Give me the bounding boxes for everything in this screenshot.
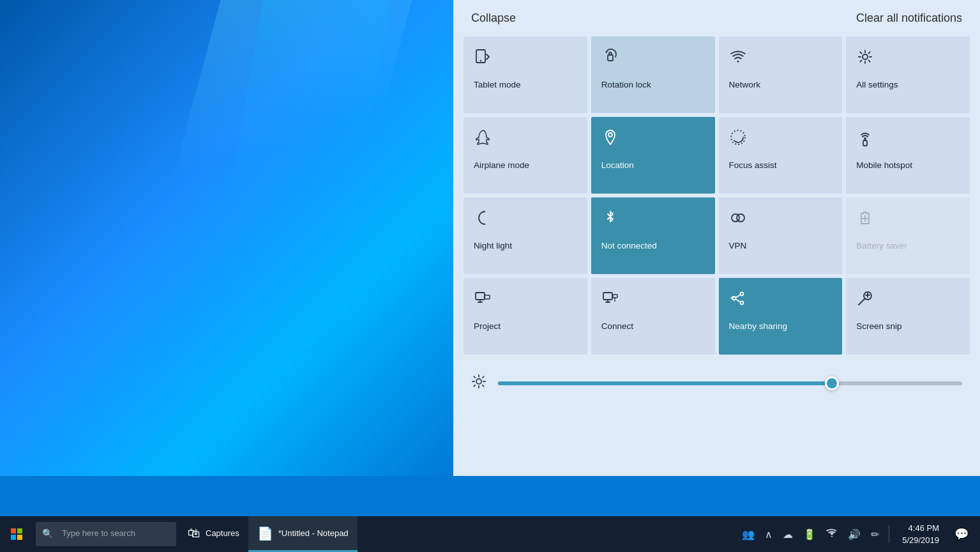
focus-assist-icon	[729, 128, 747, 149]
svg-line-28	[735, 299, 741, 302]
project-icon	[474, 289, 492, 310]
pen-icon[interactable]: ✏	[868, 527, 882, 542]
tile-tablet-mode[interactable]: Tablet mode	[464, 36, 587, 113]
vpn-label: VPN	[729, 241, 747, 251]
taskbar-divider	[889, 525, 889, 543]
svg-point-4	[863, 54, 868, 59]
taskbar: 🔍 Type here to search 🛍 Captures 📄 *Unti…	[0, 516, 980, 552]
brightness-thumb	[825, 376, 839, 390]
tablet-mode-icon	[474, 48, 492, 68]
night-light-label: Night light	[474, 241, 512, 251]
vpn-icon	[729, 209, 747, 229]
start-button[interactable]	[0, 516, 33, 552]
svg-point-23	[614, 300, 615, 302]
mobile-hotspot-label: Mobile hotspot	[856, 160, 912, 171]
svg-point-24	[740, 293, 743, 296]
svg-rect-21	[613, 295, 617, 298]
wifi-icon[interactable]	[823, 527, 841, 541]
rotation-lock-label: Rotation lock	[601, 80, 651, 90]
tablet-mode-label: Tablet mode	[474, 80, 521, 90]
svg-rect-42	[17, 535, 22, 540]
night-light-icon	[474, 209, 492, 229]
svg-rect-16	[485, 295, 490, 299]
clear-all-button[interactable]: Clear all notifications	[856, 12, 962, 25]
clock-date: 5/29/2019	[902, 534, 939, 547]
svg-rect-8	[863, 141, 867, 146]
screen-snip-label: Screen snip	[856, 321, 901, 332]
svg-point-30	[476, 379, 481, 384]
tile-mobile-hotspot[interactable]: Mobile hotspot	[846, 117, 970, 194]
notepad-label: *Untitled - Notepad	[278, 528, 349, 538]
action-center-header: Collapse Clear all notifications	[453, 0, 980, 34]
bluetooth-icon	[601, 209, 619, 229]
svg-rect-2	[608, 55, 613, 61]
taskbar-clock[interactable]: 4:46 PM 5/29/2019	[896, 522, 946, 547]
taskbar-left: 🔍 Type here to search 🛍 Captures 📄 *Unti…	[0, 516, 358, 552]
tile-airplane-mode[interactable]: Airplane mode	[464, 117, 587, 194]
svg-line-38	[474, 385, 475, 387]
svg-rect-41	[11, 535, 16, 540]
tile-all-settings[interactable]: All settings	[846, 36, 970, 113]
notification-center-button[interactable]: 💬	[949, 526, 974, 542]
tile-screen-snip[interactable]: Screen snip	[846, 278, 970, 355]
tile-nearby-sharing[interactable]: Nearby sharing	[719, 278, 843, 355]
taskbar-app-captures[interactable]: 🛍 Captures	[179, 516, 248, 552]
svg-rect-40	[17, 528, 22, 533]
svg-point-3	[737, 61, 739, 63]
collapse-button[interactable]: Collapse	[471, 12, 516, 25]
svg-point-25	[732, 297, 735, 300]
tile-connect[interactable]: Connect	[591, 278, 715, 355]
tile-focus-assist[interactable]: Focus assist	[719, 117, 843, 194]
taskbar-right: 👥 ∧ ☁ 🔋 🔊 ✏ 4:46 PM 5/29/2019 💬	[739, 522, 980, 547]
brightness-fill	[498, 381, 832, 385]
location-label: Location	[601, 160, 634, 171]
tile-location[interactable]: Location	[591, 117, 715, 194]
bluetooth-label: Not connected	[601, 241, 657, 251]
tile-project[interactable]: Project	[464, 278, 587, 355]
airplane-mode-icon	[474, 128, 492, 149]
captures-icon: 🛍	[188, 526, 200, 540]
project-label: Project	[474, 321, 501, 332]
network-icon	[729, 48, 747, 68]
all-settings-icon	[856, 48, 874, 68]
connect-label: Connect	[601, 321, 633, 332]
airplane-mode-label: Airplane mode	[474, 160, 529, 171]
mobile-hotspot-icon	[856, 128, 874, 149]
tile-rotation-lock[interactable]: Rotation lock	[591, 36, 715, 113]
svg-point-5	[608, 133, 612, 137]
tile-network[interactable]: Network	[719, 36, 843, 113]
quick-actions-grid: Tablet mode Rotation lock Network All se…	[453, 36, 980, 355]
people-icon[interactable]: 👥	[739, 527, 758, 542]
svg-point-26	[740, 302, 743, 305]
volume-icon[interactable]: 🔊	[845, 527, 864, 542]
brightness-track	[498, 381, 962, 385]
svg-line-27	[735, 295, 741, 298]
svg-rect-13	[476, 293, 485, 300]
nearby-sharing-icon	[729, 289, 747, 310]
tile-night-light[interactable]: Night light	[464, 197, 587, 274]
onedrive-icon[interactable]: ☁	[780, 527, 796, 542]
all-settings-label: All settings	[856, 80, 898, 90]
tile-battery-saver[interactable]: Battery saver	[846, 197, 970, 274]
action-center-panel: Collapse Clear all notifications Tablet …	[453, 0, 980, 476]
battery-saver-label: Battery saver	[856, 241, 907, 251]
tile-vpn[interactable]: VPN	[719, 197, 843, 274]
notepad-icon: 📄	[257, 526, 273, 541]
screen-snip-icon	[856, 289, 874, 310]
tile-bluetooth[interactable]: Not connected	[591, 197, 715, 274]
taskbar-app-notepad[interactable]: 📄 *Untitled - Notepad	[248, 516, 358, 552]
captures-label: Captures	[206, 528, 239, 538]
brightness-icon	[471, 374, 486, 393]
battery-icon[interactable]: 🔋	[800, 527, 819, 542]
chevron-up-icon[interactable]: ∧	[762, 527, 776, 542]
network-label: Network	[729, 80, 761, 90]
desktop-background	[0, 0, 453, 476]
rotation-lock-icon	[601, 48, 619, 68]
location-icon	[601, 128, 619, 149]
connect-icon	[601, 289, 619, 310]
battery-saver-icon	[856, 209, 874, 229]
search-bar[interactable]: 🔍 Type here to search	[36, 522, 176, 546]
svg-point-10	[737, 214, 744, 222]
clock-time: 4:46 PM	[908, 522, 939, 535]
brightness-slider[interactable]	[498, 381, 962, 385]
